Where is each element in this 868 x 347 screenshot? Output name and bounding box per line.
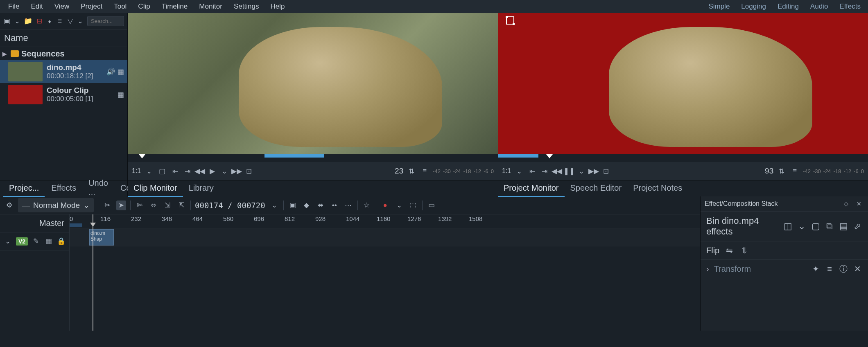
snap-icon[interactable]: ⬌ xyxy=(316,201,326,210)
pause-icon[interactable]: ❚❚ xyxy=(564,166,574,176)
zone-out-icon[interactable]: ⇥ xyxy=(540,166,549,176)
rewind-icon[interactable]: ◀◀ xyxy=(552,166,562,176)
spinner-icon[interactable]: ⇅ xyxy=(777,166,787,176)
chevron-down-icon[interactable]: ⌄ xyxy=(394,201,404,210)
keyframe-icon[interactable]: ✦ xyxy=(811,264,821,274)
subtitle-icon[interactable]: ▭ xyxy=(427,201,436,210)
clip-monitor-viewport[interactable] xyxy=(128,13,498,154)
menu-settings[interactable]: Settings xyxy=(229,0,264,13)
menu-project[interactable]: Project xyxy=(76,0,107,13)
frame-counter[interactable]: 93 xyxy=(765,167,773,176)
transform-handle[interactable] xyxy=(506,16,514,25)
project-monitor-ruler[interactable] xyxy=(498,154,868,162)
record-icon[interactable]: ● xyxy=(380,201,390,210)
chevron-down-icon[interactable]: ⌄ xyxy=(797,221,807,231)
workspace-effects[interactable]: Effects xyxy=(835,0,865,13)
menu-icon[interactable]: ≡ xyxy=(420,166,429,176)
effect-transform[interactable]: › Transform ✦ ≡ ⓘ ✕ xyxy=(701,259,868,278)
zone-in-icon[interactable]: ⇤ xyxy=(170,166,180,176)
add-clip-icon[interactable]: ▣ xyxy=(3,16,10,26)
chevron-down-icon[interactable]: ⌄ xyxy=(576,166,586,176)
tab-project-bin[interactable]: Projec... xyxy=(3,180,45,197)
workspace-logging[interactable]: Logging xyxy=(737,0,770,13)
menu-help[interactable]: Help xyxy=(265,0,289,13)
zone-in-icon[interactable]: ⇤ xyxy=(527,166,537,176)
info-icon[interactable]: ⓘ xyxy=(839,264,848,274)
mute-icon[interactable]: ▦ xyxy=(44,237,53,246)
clip-item-colour[interactable]: Colour Clip 00:00:05:00 [1] ▦ xyxy=(0,83,127,106)
zone2-icon[interactable]: ⋯ xyxy=(344,201,353,210)
timeline-tracks[interactable]: 0 116 232 348 464 580 696 812 928 1044 1… xyxy=(70,214,700,331)
spinner-icon[interactable]: ⇅ xyxy=(407,166,416,176)
crop-icon[interactable]: ⊡ xyxy=(601,166,611,176)
frame-counter[interactable]: 23 xyxy=(395,167,403,176)
workspace-audio[interactable]: Audio xyxy=(806,0,832,13)
menu-clip[interactable]: Clip xyxy=(133,0,155,13)
chevron-down-icon[interactable]: ⌄ xyxy=(3,237,13,246)
chevron-down-icon[interactable]: ⌄ xyxy=(269,201,279,210)
effect-icon[interactable]: ✎ xyxy=(31,237,41,246)
tab-library[interactable]: Library xyxy=(183,180,219,197)
fit-icon[interactable]: ▢ xyxy=(157,166,167,176)
menu-tool[interactable]: Tool xyxy=(109,0,131,13)
close-icon[interactable]: ✕ xyxy=(854,199,864,209)
tool-select-icon[interactable]: ✂ xyxy=(102,201,112,210)
workspace-editing[interactable]: Editing xyxy=(773,0,803,13)
menu-file[interactable]: File xyxy=(3,0,24,13)
tool-pointer-icon[interactable]: ➤ xyxy=(116,201,126,210)
lock-icon[interactable]: 🔒 xyxy=(57,237,66,246)
crop-icon[interactable]: ⊡ xyxy=(244,166,254,176)
close-icon[interactable]: ✕ xyxy=(852,264,862,274)
delete-icon[interactable]: ⊟ xyxy=(36,16,43,26)
clip-item-dino[interactable]: dino.mp4 00:00:18:12 [2] 🔊 ▦ xyxy=(0,60,127,83)
bin-column-header[interactable]: Name xyxy=(0,29,127,47)
favorite-icon[interactable]: ☆ xyxy=(362,201,372,210)
zone-out-icon[interactable]: ⇥ xyxy=(183,166,192,176)
menu-timeline[interactable]: Timeline xyxy=(157,0,193,13)
workspace-simple[interactable]: Simple xyxy=(704,0,734,13)
project-monitor-viewport[interactable] xyxy=(498,13,868,154)
link-icon[interactable]: ⬀ xyxy=(852,221,862,231)
timeline-playhead[interactable] xyxy=(93,214,93,331)
track-v2[interactable]: dino.m Shap xyxy=(70,228,700,246)
master-track[interactable]: Master xyxy=(0,214,69,232)
tab-project-monitor[interactable]: Project Monitor xyxy=(498,180,565,197)
folder-icon[interactable]: 📁 xyxy=(24,16,32,26)
compare-icon[interactable]: ◫ xyxy=(783,221,793,231)
copy-icon[interactable]: ⧉ xyxy=(825,221,834,231)
tab-effects[interactable]: Effects xyxy=(45,180,82,197)
paste-icon[interactable]: ▤ xyxy=(839,221,848,231)
list-icon[interactable]: ≡ xyxy=(57,16,63,26)
timeline-timecode[interactable]: 000174 / 000720 xyxy=(195,201,265,210)
tab-project-notes[interactable]: Project Notes xyxy=(627,180,688,197)
tab-clip-monitor[interactable]: Clip Monitor xyxy=(128,180,183,197)
marker-icon[interactable]: ▣ xyxy=(288,201,298,210)
clip-monitor-ruler[interactable] xyxy=(128,154,498,162)
zoom-ratio[interactable]: 1:1 xyxy=(132,167,141,175)
rewind-icon[interactable]: ◀◀ xyxy=(195,166,205,176)
cut-icon[interactable]: ✄ xyxy=(135,201,145,210)
menu-view[interactable]: View xyxy=(50,0,75,13)
chevron-down-icon[interactable]: ⌄ xyxy=(144,166,154,176)
menu-icon[interactable]: ≡ xyxy=(825,264,834,274)
zoom-ratio[interactable]: 1:1 xyxy=(502,167,511,175)
insert-icon[interactable]: ⇲ xyxy=(163,201,172,210)
menu-edit[interactable]: Edit xyxy=(26,0,47,13)
chevron-down-icon[interactable]: ⌄ xyxy=(219,166,229,176)
chevron-down-icon[interactable]: ⌄ xyxy=(14,16,20,26)
chevron-down-icon[interactable]: ⌄ xyxy=(514,166,524,176)
track-header-v2[interactable]: ⌄ V2 ✎ ▦ 🔒 xyxy=(0,232,69,250)
spacer-icon[interactable]: ⬄ xyxy=(149,201,158,210)
mixer-icon[interactable]: ⬚ xyxy=(408,201,418,210)
menu-icon[interactable]: ≡ xyxy=(790,166,800,176)
tab-undo[interactable]: Undo ... xyxy=(83,175,114,202)
timeline-settings-icon[interactable]: ⚙ xyxy=(4,201,14,210)
overwrite-icon[interactable]: ⇱ xyxy=(176,201,186,210)
forward-icon[interactable]: ▶▶ xyxy=(589,166,599,176)
flip-v-icon[interactable]: ⥮ xyxy=(739,246,749,255)
filter-icon[interactable]: ▽ xyxy=(67,16,74,26)
forward-icon[interactable]: ▶▶ xyxy=(232,166,242,176)
guide-icon[interactable]: ◆ xyxy=(302,201,312,210)
tag-icon[interactable]: ⬧ xyxy=(46,16,53,26)
square-icon[interactable]: ▢ xyxy=(811,221,821,231)
